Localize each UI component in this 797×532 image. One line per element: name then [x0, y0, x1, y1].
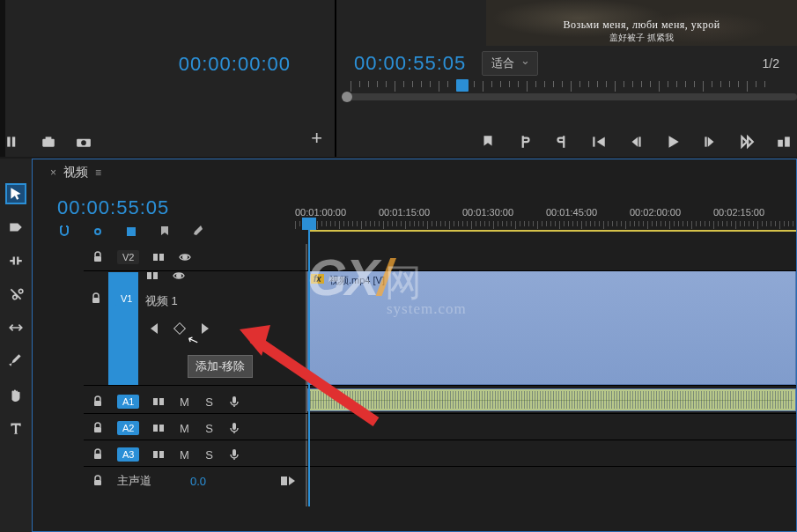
a1-mute[interactable]: M [178, 395, 190, 409]
audio-clip[interactable] [307, 388, 796, 411]
track-a3-header[interactable]: A3 M S [84, 441, 307, 468]
a1-solo[interactable]: S [203, 395, 215, 409]
svg-rect-25 [153, 425, 158, 432]
toggle-output-icon[interactable] [178, 250, 192, 264]
sequence-tab[interactable]: 视频 [63, 165, 88, 181]
a1-sync-icon[interactable] [151, 395, 166, 409]
timeline-timecode[interactable]: 00:00:55:05 [57, 196, 169, 219]
fit-dropdown[interactable]: 适合 [482, 51, 538, 76]
program-timecode[interactable]: 00:00:55:05 [354, 52, 466, 75]
add-marker-icon[interactable] [124, 225, 138, 239]
prev-keyframe-icon[interactable] [151, 323, 158, 334]
go-to-out-icon[interactable] [739, 134, 755, 150]
svg-rect-27 [232, 423, 236, 430]
track-v2-header[interactable]: V2 [84, 244, 307, 270]
svg-rect-13 [153, 254, 158, 261]
track-select-tool[interactable] [7, 218, 25, 236]
svg-rect-32 [94, 480, 101, 485]
video-clip[interactable]: fx 视频.mp4 [V] [307, 270, 796, 385]
linked-selection-icon[interactable] [91, 225, 105, 239]
track-a1-header[interactable]: A1 M S [84, 388, 307, 415]
a1-label[interactable]: A1 [117, 395, 139, 409]
svg-rect-17 [147, 272, 151, 279]
marker-icon[interactable] [480, 134, 496, 150]
camera-icon[interactable] [76, 134, 92, 150]
svg-rect-3 [46, 137, 52, 139]
pen-tool[interactable] [7, 352, 25, 370]
v1-lock-icon[interactable] [89, 292, 103, 306]
slip-tool[interactable] [7, 319, 25, 336]
step-forward-icon[interactable] [702, 134, 718, 150]
add-remove-keyframe-icon[interactable] [173, 322, 186, 335]
timeline-ruler[interactable]: 00:01:00:0000:01:15:0000:01:30:0000:01:4… [295, 207, 796, 230]
zoom-level[interactable]: 1/2 [763, 56, 779, 70]
svg-rect-7 [638, 137, 640, 146]
a2-mute[interactable]: M [178, 422, 190, 435]
a3-voice-icon[interactable] [227, 447, 241, 462]
timeline-panel: × 视频 ≡ 00:00:55:05 00:01:00:0000:01:15:0… [32, 159, 797, 532]
source-timecode[interactable]: 00:00:00:00 [179, 53, 291, 76]
svg-rect-12 [94, 256, 101, 262]
a3-mute[interactable]: M [178, 448, 190, 462]
a2-label[interactable]: A2 [117, 421, 139, 435]
out-point-icon[interactable] [554, 134, 570, 150]
a2-voice-icon[interactable] [227, 421, 241, 435]
export-frame-icon[interactable] [41, 134, 56, 150]
ruler-label: 00:01:30:00 [462, 207, 513, 218]
settings-icon[interactable] [191, 225, 205, 239]
master-track-header[interactable]: 主声道 0.0 [84, 473, 307, 489]
a2-sync-icon[interactable] [151, 421, 166, 435]
fx-badge[interactable]: fx [311, 274, 324, 284]
svg-rect-20 [94, 401, 101, 406]
work-area-bar[interactable] [309, 230, 796, 232]
snap-icon[interactable] [57, 225, 71, 239]
lock-icon[interactable] [91, 250, 105, 264]
a1-lock-icon[interactable] [91, 395, 105, 409]
add-button[interactable]: + [311, 127, 322, 150]
a3-lock-icon[interactable] [91, 447, 105, 462]
step-back-icon[interactable] [628, 134, 644, 150]
program-playhead[interactable] [456, 79, 469, 92]
go-to-in-icon[interactable] [591, 134, 607, 150]
track-a2-header[interactable]: A2 M S [84, 415, 307, 441]
a2-lock-icon[interactable] [91, 421, 105, 435]
play-icon[interactable] [665, 134, 681, 150]
svg-rect-21 [153, 398, 158, 405]
timeline-marker-icon[interactable] [158, 225, 172, 239]
a3-solo[interactable]: S [203, 448, 215, 462]
sync-lock-icon[interactable] [151, 250, 166, 264]
ruler-label: 00:01:15:00 [379, 207, 430, 218]
v1-source-patch[interactable] [108, 272, 138, 385]
a3-label[interactable]: A3 [117, 447, 139, 462]
a3-sync-icon[interactable] [151, 447, 166, 462]
type-tool[interactable] [7, 419, 25, 437]
scrub-knob[interactable] [342, 92, 352, 102]
razor-tool[interactable] [7, 285, 25, 303]
lift-icon[interactable] [776, 134, 792, 150]
master-label: 主声道 [117, 473, 151, 489]
svg-rect-1 [12, 137, 15, 146]
svg-rect-0 [7, 137, 10, 146]
hand-tool[interactable] [7, 386, 25, 403]
timeline-playhead-line[interactable] [308, 230, 310, 506]
master-lock-icon[interactable] [91, 474, 105, 488]
source-btn-1[interactable] [5, 134, 21, 150]
close-tab-icon[interactable]: × [50, 166, 56, 179]
ripple-edit-tool[interactable] [7, 252, 25, 270]
v2-label[interactable]: V2 [117, 250, 139, 264]
master-value[interactable]: 0.0 [190, 475, 206, 488]
next-keyframe-icon[interactable] [202, 323, 209, 334]
a1-voice-icon[interactable] [227, 395, 241, 409]
svg-rect-8 [705, 137, 706, 146]
a2-solo[interactable]: S [203, 422, 215, 435]
svg-rect-29 [153, 451, 158, 458]
in-point-icon[interactable] [517, 134, 533, 150]
svg-rect-28 [94, 454, 101, 459]
panel-menu-icon[interactable]: ≡ [95, 166, 104, 179]
master-play-icon[interactable] [289, 477, 295, 485]
timeline-playhead-handle[interactable] [302, 218, 316, 230]
clip-name: 视频.mp4 [V] [329, 274, 385, 287]
v1-label[interactable]: V1 [115, 292, 137, 306]
selection-tool[interactable] [7, 185, 25, 203]
program-scrubber[interactable] [351, 81, 797, 109]
